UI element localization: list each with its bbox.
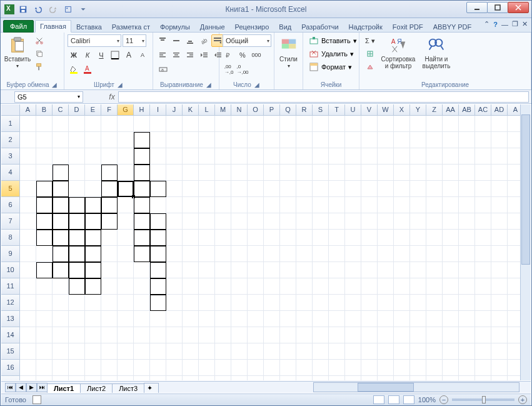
cell-Z4[interactable] bbox=[426, 165, 443, 181]
cell-C11[interactable] bbox=[53, 278, 69, 295]
cell-T10[interactable] bbox=[329, 262, 345, 278]
cell-V8[interactable] bbox=[361, 230, 378, 246]
cell-O3[interactable] bbox=[248, 148, 264, 165]
page-layout-view-icon[interactable] bbox=[388, 395, 399, 404]
next-sheet-icon[interactable]: ▶ bbox=[26, 383, 37, 392]
cell-K11[interactable] bbox=[183, 278, 199, 295]
cell-D12[interactable] bbox=[69, 295, 85, 311]
cell-K2[interactable] bbox=[183, 132, 199, 148]
cell-S7[interactable] bbox=[313, 213, 329, 230]
cell-N17[interactable] bbox=[231, 376, 248, 380]
cell-N9[interactable] bbox=[231, 246, 248, 262]
cell-Y4[interactable] bbox=[410, 165, 426, 181]
cell-T1[interactable] bbox=[329, 116, 345, 132]
cell-O14[interactable] bbox=[248, 327, 264, 343]
cell-B11[interactable] bbox=[36, 278, 53, 295]
cell-F7[interactable] bbox=[101, 213, 118, 230]
cell-I8[interactable] bbox=[150, 230, 166, 246]
fill-color-button[interactable] bbox=[68, 63, 80, 76]
cell-S10[interactable] bbox=[313, 262, 329, 278]
cell-AD17[interactable] bbox=[491, 376, 508, 380]
cell-A9[interactable] bbox=[20, 246, 36, 262]
cell-C3[interactable] bbox=[53, 148, 69, 165]
cell-AA16[interactable] bbox=[443, 360, 459, 376]
zoom-in-icon[interactable]: + bbox=[518, 395, 527, 404]
cell-A10[interactable] bbox=[20, 262, 36, 278]
cell-N7[interactable] bbox=[231, 213, 248, 230]
save-icon[interactable] bbox=[17, 3, 29, 16]
tab-review[interactable]: Рецензиро bbox=[230, 21, 274, 33]
cell-F3[interactable] bbox=[101, 148, 118, 165]
cell-Q5[interactable] bbox=[280, 181, 296, 197]
styles-button[interactable]: Стили▾ bbox=[278, 34, 299, 81]
cell-K16[interactable] bbox=[183, 360, 199, 376]
cell-E15[interactable] bbox=[85, 343, 101, 360]
cell-V13[interactable] bbox=[361, 311, 378, 327]
cell-Y5[interactable] bbox=[410, 181, 426, 197]
tab-data[interactable]: Данные bbox=[195, 21, 230, 33]
cell-W9[interactable] bbox=[378, 246, 394, 262]
cell-J4[interactable] bbox=[166, 165, 183, 181]
cell-AA11[interactable] bbox=[443, 278, 459, 295]
cell-H3[interactable] bbox=[134, 148, 150, 165]
cell-B6[interactable] bbox=[36, 197, 53, 213]
cell-R10[interactable] bbox=[296, 262, 313, 278]
col-header-N[interactable]: N bbox=[231, 104, 248, 115]
cell-T13[interactable] bbox=[329, 311, 345, 327]
cell-AC14[interactable] bbox=[475, 327, 491, 343]
cell-Y6[interactable] bbox=[410, 197, 426, 213]
cell-G1[interactable] bbox=[118, 116, 134, 132]
cell-AC15[interactable] bbox=[475, 343, 491, 360]
cell-Y13[interactable] bbox=[410, 311, 426, 327]
cell-D15[interactable] bbox=[69, 343, 85, 360]
cell-Q2[interactable] bbox=[280, 132, 296, 148]
cell-J13[interactable] bbox=[166, 311, 183, 327]
cell-T11[interactable] bbox=[329, 278, 345, 295]
cell-I12[interactable] bbox=[150, 295, 166, 311]
col-header-AA[interactable]: AA bbox=[443, 104, 459, 115]
cell-A17[interactable] bbox=[20, 376, 36, 380]
cell-K6[interactable] bbox=[183, 197, 199, 213]
cell-X3[interactable] bbox=[394, 148, 410, 165]
cell-X16[interactable] bbox=[394, 360, 410, 376]
autosum-icon[interactable]: Σ ▾ bbox=[363, 34, 378, 47]
cell-D5[interactable] bbox=[69, 181, 85, 197]
font-name-combo[interactable]: Calibri▾ bbox=[68, 34, 121, 47]
cell-C17[interactable] bbox=[53, 376, 69, 380]
cell-AA9[interactable] bbox=[443, 246, 459, 262]
cell-H9[interactable] bbox=[134, 246, 150, 262]
cell-Z6[interactable] bbox=[426, 197, 443, 213]
cell-B14[interactable] bbox=[36, 327, 53, 343]
cell-P1[interactable] bbox=[264, 116, 280, 132]
bold-button[interactable]: Ж bbox=[68, 49, 80, 61]
fill-icon[interactable] bbox=[363, 48, 378, 60]
cell-Q12[interactable] bbox=[280, 295, 296, 311]
fx-icon[interactable]: fx bbox=[106, 93, 118, 101]
sort-filter-button[interactable]: АЯ Сортировка и фильтр bbox=[379, 34, 417, 81]
window-close-icon[interactable]: ✕ bbox=[522, 20, 528, 28]
cell-F9[interactable] bbox=[101, 246, 118, 262]
cell-U13[interactable] bbox=[345, 311, 361, 327]
cell-P4[interactable] bbox=[264, 165, 280, 181]
cell-I6[interactable] bbox=[150, 197, 166, 213]
cell-E4[interactable] bbox=[85, 165, 101, 181]
cell-P17[interactable] bbox=[264, 376, 280, 380]
cell-AB5[interactable] bbox=[459, 181, 475, 197]
col-header-G[interactable]: G bbox=[118, 104, 134, 115]
cell-K7[interactable] bbox=[183, 213, 199, 230]
cell-M14[interactable] bbox=[215, 327, 231, 343]
cell-H14[interactable] bbox=[134, 327, 150, 343]
cell-R16[interactable] bbox=[296, 360, 313, 376]
cell-AB7[interactable] bbox=[459, 213, 475, 230]
cell-U8[interactable] bbox=[345, 230, 361, 246]
col-header-R[interactable]: R bbox=[296, 104, 313, 115]
cell-Q10[interactable] bbox=[280, 262, 296, 278]
cell-AB17[interactable] bbox=[459, 376, 475, 380]
cell-L3[interactable] bbox=[199, 148, 215, 165]
font-shrink-icon[interactable]: A bbox=[136, 49, 149, 61]
cell-D14[interactable] bbox=[69, 327, 85, 343]
cell-D11[interactable] bbox=[69, 278, 85, 295]
font-size-combo[interactable]: 11▾ bbox=[123, 34, 146, 47]
cell-Y9[interactable] bbox=[410, 246, 426, 262]
cell-Q16[interactable] bbox=[280, 360, 296, 376]
